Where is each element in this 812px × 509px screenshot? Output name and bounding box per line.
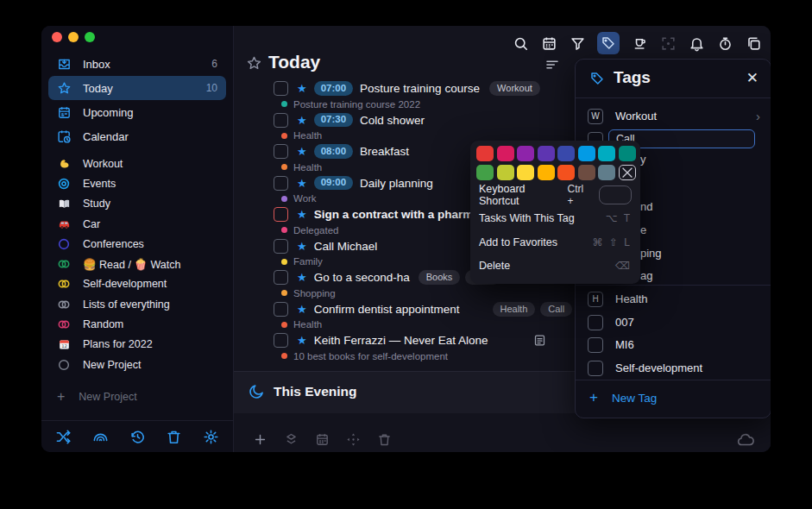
sidebar-item-car[interactable]: Car bbox=[48, 214, 226, 234]
sidebar-item-events[interactable]: Events bbox=[48, 173, 226, 193]
sidebar-item-read-watch[interactable]: 🍔 Read / 🍿 Watch bbox=[48, 254, 226, 273]
task-checkbox[interactable] bbox=[274, 270, 288, 285]
color-swatch[interactable] bbox=[619, 146, 636, 161]
task-checkbox[interactable] bbox=[274, 81, 288, 96]
focus-mode-icon[interactable] bbox=[659, 35, 677, 52]
sidebar-item-plans-2022[interactable]: 12 Plans for 2022 bbox=[48, 335, 226, 355]
task-checkbox[interactable] bbox=[274, 239, 288, 254]
menu-item-keyboard-shortcut[interactable]: Keyboard Shortcut Ctrl + bbox=[470, 183, 640, 207]
tag-checkbox[interactable] bbox=[588, 315, 603, 330]
shuffle-icon[interactable] bbox=[55, 429, 72, 445]
linked-rings-icon bbox=[57, 317, 71, 331]
tag-chip[interactable]: Workout bbox=[489, 81, 540, 96]
sort-icon[interactable] bbox=[544, 57, 560, 72]
color-swatch[interactable] bbox=[497, 165, 514, 180]
search-icon[interactable] bbox=[512, 35, 529, 52]
sidebar-item-calendar[interactable]: Calendar bbox=[48, 124, 226, 148]
delete-trash-icon[interactable] bbox=[377, 432, 392, 447]
color-swatch[interactable] bbox=[497, 146, 514, 161]
color-swatch-grid bbox=[470, 141, 640, 183]
new-tag-button[interactable]: + New Tag bbox=[589, 385, 657, 411]
multi-window-icon[interactable] bbox=[745, 35, 762, 52]
color-swatch[interactable] bbox=[476, 146, 494, 161]
tag-row-workout[interactable]: W Workout › bbox=[576, 104, 771, 128]
today-star-icon bbox=[57, 81, 72, 96]
tag-row-007[interactable]: 007 bbox=[576, 311, 771, 334]
menu-item-tasks-with-this-tag[interactable]: Tasks With This Tag ⌥ T bbox=[470, 207, 640, 231]
sidebar-toolbar bbox=[41, 420, 233, 452]
calendar-view-icon[interactable] bbox=[540, 35, 557, 52]
tag-row-mi6[interactable]: MI6 bbox=[576, 333, 771, 356]
star-outline-icon[interactable] bbox=[246, 55, 262, 72]
move-arrows-icon[interactable] bbox=[346, 432, 361, 447]
tag-checkbox[interactable] bbox=[588, 361, 603, 376]
priority-layers-icon[interactable] bbox=[284, 432, 299, 447]
tag-icon bbox=[589, 71, 605, 86]
circle-outline-icon bbox=[57, 237, 71, 251]
close-icon[interactable]: ✕ bbox=[746, 69, 758, 87]
pomodoro-cup-icon[interactable] bbox=[631, 35, 648, 52]
task-title: Posture training course 2022 bbox=[360, 82, 481, 95]
tag-chip[interactable]: Books bbox=[419, 270, 461, 285]
sidebar-item-upcoming[interactable]: Upcoming bbox=[48, 100, 226, 124]
sidebar-item-random[interactable]: Random bbox=[48, 314, 226, 334]
color-swatch[interactable] bbox=[598, 165, 615, 180]
sidebar-item-inbox[interactable]: Inbox 6 bbox=[48, 52, 226, 76]
smart-lists: Inbox 6 Today 10 Upcoming bbox=[41, 52, 233, 148]
task-checkbox[interactable] bbox=[274, 302, 288, 317]
trash-icon[interactable] bbox=[166, 429, 182, 445]
tag-checkbox[interactable]: H bbox=[588, 292, 603, 307]
menu-item-add-to-favorites[interactable]: Add to Favorites ⌘ ⇧ L bbox=[470, 230, 640, 255]
window-controls bbox=[52, 32, 95, 42]
color-swatch[interactable] bbox=[538, 146, 555, 161]
menu-item-delete[interactable]: Delete ⌫ bbox=[470, 255, 640, 279]
task-checkbox[interactable] bbox=[274, 176, 288, 191]
color-swatch[interactable] bbox=[517, 146, 534, 161]
history-icon[interactable] bbox=[129, 429, 146, 445]
top-toolbar bbox=[512, 32, 762, 54]
schedule-calendar-icon[interactable] bbox=[315, 432, 330, 447]
sync-cloud-icon[interactable] bbox=[736, 430, 755, 449]
rainbow-icon[interactable] bbox=[92, 429, 109, 445]
sidebar-item-self-development[interactable]: Self-development bbox=[48, 274, 226, 294]
notifications-bell-icon[interactable] bbox=[688, 35, 705, 52]
task-checkbox[interactable] bbox=[274, 144, 288, 159]
new-project-button[interactable]: + New Project bbox=[57, 388, 137, 405]
sidebar-item-study[interactable]: Study bbox=[48, 194, 226, 214]
settings-gear-icon[interactable] bbox=[203, 429, 219, 445]
color-swatch[interactable] bbox=[578, 146, 595, 161]
priority-star-icon: ★ bbox=[297, 178, 307, 189]
color-swatch[interactable] bbox=[578, 165, 595, 180]
shortcut-key-input[interactable] bbox=[599, 185, 632, 204]
color-swatch[interactable] bbox=[517, 165, 534, 180]
zoom-window-button[interactable] bbox=[85, 32, 95, 42]
task-checkbox-high-priority[interactable] bbox=[274, 207, 288, 222]
add-task-plus-icon[interactable] bbox=[253, 432, 268, 447]
tag-row-self-development[interactable]: Self-development bbox=[576, 356, 771, 380]
tag-row-health[interactable]: H Health bbox=[576, 287, 771, 311]
sidebar-item-workout[interactable]: Workout bbox=[48, 154, 226, 173]
sidebar-item-lists-of-everything[interactable]: Lists of everything bbox=[48, 294, 226, 314]
close-window-button[interactable] bbox=[52, 32, 62, 42]
no-color-swatch[interactable] bbox=[619, 165, 636, 180]
color-swatch[interactable] bbox=[476, 165, 494, 180]
sidebar-item-today[interactable]: Today 10 bbox=[48, 76, 226, 100]
task-checkbox[interactable] bbox=[274, 333, 288, 348]
color-swatch[interactable] bbox=[557, 165, 575, 180]
color-swatch[interactable] bbox=[598, 146, 615, 161]
timer-icon[interactable] bbox=[716, 35, 733, 52]
task-checkbox[interactable] bbox=[274, 113, 288, 128]
upcoming-calendar-icon bbox=[57, 105, 72, 120]
color-swatch[interactable] bbox=[557, 146, 575, 161]
color-swatch[interactable] bbox=[538, 165, 555, 180]
tag-chip[interactable]: Call bbox=[540, 302, 572, 317]
filter-icon[interactable] bbox=[569, 35, 586, 52]
tags-icon[interactable] bbox=[597, 32, 620, 54]
tag-checkbox[interactable] bbox=[588, 337, 603, 353]
sidebar-item-new-project[interactable]: New Project bbox=[48, 355, 226, 374]
minimize-window-button[interactable] bbox=[68, 32, 79, 42]
tag-checkbox[interactable]: W bbox=[588, 109, 603, 124]
sidebar-item-conferences[interactable]: Conferences bbox=[48, 234, 226, 254]
tag-chip[interactable]: Health bbox=[493, 302, 536, 317]
open-book-emoji-icon bbox=[57, 197, 71, 211]
